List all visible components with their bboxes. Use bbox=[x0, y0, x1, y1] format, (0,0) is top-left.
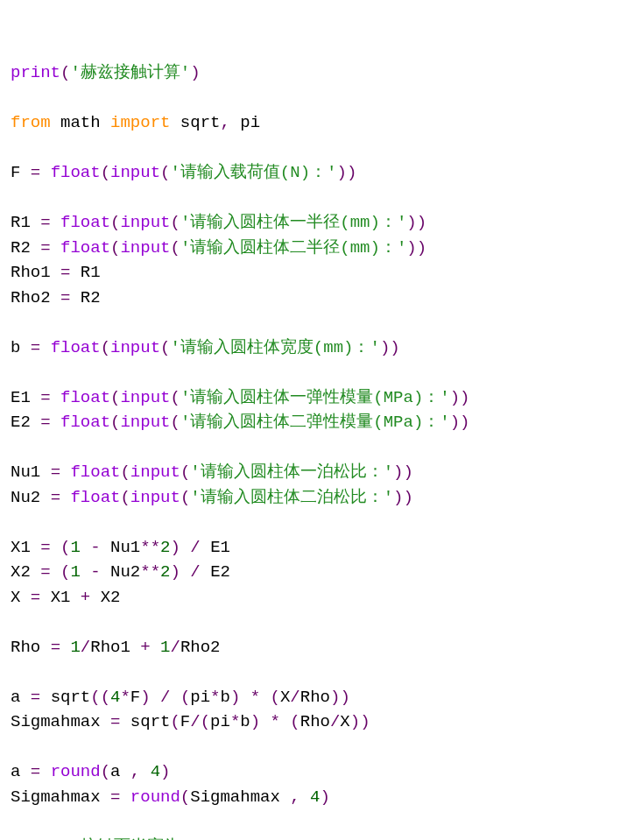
str-out1a: '接触面半宽为：' bbox=[70, 837, 207, 841]
code-line: a = sqrt((4*F) / (pi*b) * (X/Rho)) bbox=[11, 688, 350, 707]
code-line: Rho = 1/Rho1 + 1/Rho2 bbox=[11, 638, 221, 657]
str-r2: '请输入圆柱体二半径(mm)：' bbox=[180, 238, 406, 258]
str-e2: '请输入圆柱体二弹性模量(MPa)：' bbox=[180, 413, 450, 432]
code-line: E1 = float(input('请输入圆柱体一弹性模量(MPa)：')) bbox=[11, 388, 470, 407]
code-line: E2 = float(input('请输入圆柱体二弹性模量(MPa)：')) bbox=[11, 413, 470, 432]
var-Nu2: Nu2 bbox=[11, 488, 40, 507]
var-Rho: Rho bbox=[11, 638, 40, 657]
var-R2: R2 bbox=[11, 238, 31, 258]
var-Rho2: Rho2 bbox=[11, 288, 51, 307]
code-line: F = float(input('请输入载荷值(N)：')) bbox=[11, 163, 356, 182]
var-E2: E2 bbox=[11, 413, 31, 432]
str-r1: '请输入圆柱体一半径(mm)：' bbox=[180, 213, 406, 232]
var-X2: X2 bbox=[11, 562, 31, 582]
str-nu2: '请输入圆柱体二泊松比：' bbox=[190, 488, 393, 507]
str-title: '赫兹接触计算' bbox=[70, 63, 190, 82]
var-a: a bbox=[11, 688, 20, 707]
var-R1: R1 bbox=[11, 213, 31, 232]
code-line: Rho1 = R1 bbox=[11, 263, 101, 282]
code-line: a = round(a , 4) bbox=[11, 762, 170, 781]
code-line: R1 = float(input('请输入圆柱体一半径(mm)：')) bbox=[11, 213, 426, 232]
kw-import: import bbox=[110, 113, 170, 132]
str-nu1: '请输入圆柱体一泊松比：' bbox=[190, 462, 393, 482]
code-line: X1 = (1 - Nu1**2) / E1 bbox=[11, 538, 230, 557]
str-e1: '请输入圆柱体一弹性模量(MPa)：' bbox=[180, 388, 450, 407]
code-line: print('接触面半宽为：' + str(a) + 'mm') bbox=[11, 837, 377, 841]
var-b: b bbox=[11, 338, 20, 357]
var-F: F bbox=[11, 163, 20, 182]
var-Nu1: Nu1 bbox=[11, 462, 40, 482]
code-line: from math import sqrt, pi bbox=[11, 113, 260, 132]
kw-from: from bbox=[11, 113, 51, 132]
mod-math: math bbox=[60, 113, 101, 132]
var-Sigmahmax: Sigmahmax bbox=[11, 712, 101, 731]
str-b: '请输入圆柱体宽度(mm)：' bbox=[170, 338, 379, 357]
code-line: R2 = float(input('请输入圆柱体二半径(mm)：')) bbox=[11, 238, 426, 258]
code-line: X2 = (1 - Nu2**2) / E2 bbox=[11, 562, 230, 582]
code-line: Nu2 = float(input('请输入圆柱体二泊松比：')) bbox=[11, 488, 413, 507]
var-X1: X1 bbox=[11, 538, 31, 557]
code-line: print('赫兹接触计算') bbox=[11, 63, 201, 82]
code-line: Sigmahmax = sqrt(F/(pi*b) * (Rho/X)) bbox=[11, 712, 370, 731]
var-X: X bbox=[11, 588, 20, 607]
code-line: Sigmahmax = round(Sigmahmax , 4) bbox=[11, 787, 330, 807]
code-line: b = float(input('请输入圆柱体宽度(mm)：')) bbox=[11, 338, 400, 357]
str-load: '请输入载荷值(N)：' bbox=[170, 163, 336, 182]
code-line: Rho2 = R2 bbox=[11, 288, 101, 307]
code-block: print('赫兹接触计算') from math import sqrt, p… bbox=[11, 60, 609, 840]
code-line: Nu1 = float(input('请输入圆柱体一泊松比：')) bbox=[11, 462, 413, 482]
fn-print: print bbox=[11, 63, 60, 82]
str-out1b: 'mm' bbox=[327, 837, 367, 841]
var-E1: E1 bbox=[11, 388, 31, 407]
code-line: X = X1 + X2 bbox=[11, 588, 120, 607]
var-Rho1: Rho1 bbox=[11, 263, 51, 282]
